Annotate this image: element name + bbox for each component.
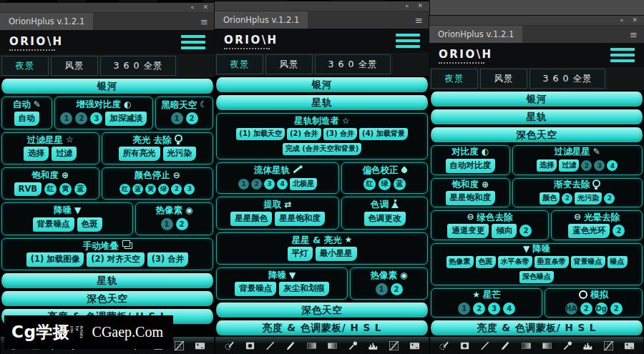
star-saturation-button[interactable]: 星星饱和度: [446, 191, 496, 205]
tab-pano-360[interactable]: 3 6 0 全景: [315, 54, 391, 74]
light-pollution-button[interactable]: 光污染: [575, 192, 602, 205]
section-bar-luminosity-hsl[interactable]: 亮度 & 色调蒙板/ H S L: [216, 320, 428, 335]
chip-Dg[interactable]: Dg: [595, 303, 608, 315]
section-bar-galaxy[interactable]: 银河: [216, 77, 428, 92]
line-tool-icon[interactable]: [477, 338, 493, 353]
chip-黄[interactable]: 黄: [145, 184, 156, 195]
tab-landscape[interactable]: 风景: [265, 54, 313, 74]
channel-change-button[interactable]: 通道变更: [447, 224, 489, 238]
align-sky-button[interactable]: (2) 对齐天空: [87, 252, 145, 267]
histogram-icon[interactable]: [580, 338, 596, 353]
chip-2[interactable]: 2: [610, 303, 623, 315]
panel-flyout-menu-icon[interactable]: ≡: [630, 29, 644, 40]
close-panel-icon[interactable]: ✕: [203, 4, 208, 11]
layer-mask-icon[interactable]: [242, 338, 258, 353]
chip-2[interactable]: 2: [604, 193, 615, 204]
chip-2[interactable]: 2: [562, 193, 572, 204]
tendency-button[interactable]: 倾向: [492, 224, 517, 238]
section-bar-galaxy[interactable]: 银河: [1, 79, 213, 94]
collapse-panel-icon[interactable]: «: [405, 3, 409, 9]
section-bar-luminosity-hsl[interactable]: 亮度 & 色调蒙板/ H S L: [431, 320, 643, 335]
all-lights-button[interactable]: 所有亮光: [119, 147, 160, 161]
chip-绿[interactable]: 绿: [379, 178, 391, 190]
section-bar-star-trails[interactable]: 星轨: [1, 273, 213, 288]
chip-1[interactable]: 1: [458, 303, 470, 315]
chip-蓝[interactable]: 蓝: [394, 178, 406, 190]
chip-2[interactable]: 2: [473, 303, 485, 315]
layer-mask-icon[interactable]: [457, 338, 472, 353]
chip-2[interactable]: 2: [75, 112, 87, 124]
collapse-panel-icon[interactable]: «: [620, 17, 624, 24]
chip-绿[interactable]: 绿: [158, 184, 169, 195]
chip-4[interactable]: 4: [503, 303, 515, 315]
tab-night[interactable]: 夜景: [216, 54, 263, 74]
chip-蓝[interactable]: 蓝: [74, 183, 87, 195]
chip-红[interactable]: 红: [119, 184, 130, 195]
dust-scratches-button[interactable]: 灰尘和划痕: [279, 282, 329, 296]
load-sky-button[interactable]: (1) 加载天空: [236, 128, 285, 140]
chip-红[interactable]: 红: [44, 183, 57, 195]
blue-halo-button[interactable]: 蓝色光环: [568, 224, 610, 238]
dodge-burn-button[interactable]: 加深减淡: [105, 112, 147, 126]
gradient-light-icon[interactable]: [539, 338, 555, 353]
color-spots-button[interactable]: 色斑: [476, 256, 496, 268]
rvb-button[interactable]: RVB: [14, 182, 42, 196]
load-images-button[interactable]: (1) 加载图像: [26, 252, 84, 267]
section-bar-dark-sky[interactable]: 深色天空: [431, 127, 643, 142]
curves-icon[interactable]: [172, 338, 187, 353]
filter-button[interactable]: 过滤: [52, 147, 77, 161]
chip-1[interactable]: 1: [171, 112, 183, 124]
filter-button[interactable]: 过滤: [559, 159, 579, 172]
background-noise-button[interactable]: 背景噪点: [235, 282, 276, 296]
chip-2[interactable]: 2: [581, 160, 592, 171]
chip-2[interactable]: 2: [186, 112, 198, 124]
horizontal-banding-button[interactable]: 水平条带: [498, 256, 532, 268]
hamburger-menu-icon[interactable]: [181, 35, 205, 49]
chip-2[interactable]: 2: [613, 225, 625, 237]
section-bar-star-trails[interactable]: 星轨: [431, 109, 643, 124]
star-color-button[interactable]: 星星颜色: [230, 212, 272, 226]
chip-2[interactable]: 2: [176, 218, 188, 230]
panel-title-tab[interactable]: OrionHplus v.1.2.1: [429, 26, 522, 43]
gradient-dark-icon[interactable]: [304, 338, 320, 353]
select-button[interactable]: 选择: [24, 147, 49, 161]
tab-night[interactable]: 夜景: [1, 56, 49, 76]
chip-3[interactable]: 3: [488, 303, 500, 315]
brush-tool-icon[interactable]: [498, 338, 514, 353]
section-bar-dark-sky[interactable]: 深色天空: [1, 291, 213, 306]
healing-brush-icon[interactable]: [436, 338, 452, 353]
chip-4[interactable]: 4: [277, 179, 288, 190]
hot-pixels-button[interactable]: 热像素: [447, 256, 474, 268]
panel-flyout-menu-icon[interactable]: ≡: [415, 15, 429, 26]
panel-title-tab[interactable]: OrionHplus v.1.2.1: [215, 11, 308, 29]
curves-icon[interactable]: [601, 338, 617, 353]
eyedropper-icon[interactable]: [560, 338, 575, 353]
brush-tool-icon[interactable]: [283, 338, 299, 353]
chip-2[interactable]: 2: [171, 184, 182, 195]
chip-4[interactable]: 4: [607, 160, 618, 171]
chip-蓝[interactable]: 蓝: [132, 184, 143, 195]
collapse-panel-icon[interactable]: «: [190, 4, 195, 11]
levels-icon[interactable]: [407, 338, 423, 353]
section-bar-star-trails[interactable]: 星轨: [216, 95, 428, 110]
merge-3-button[interactable]: (3) 合并: [323, 128, 358, 140]
minimize-stars-button[interactable]: 最小星星: [316, 247, 357, 261]
gradient-light-icon[interactable]: [324, 338, 340, 353]
polaris-button[interactable]: 北极星: [290, 178, 317, 190]
finish-merge-sky-background-button[interactable]: 完成 (合并天空和背景): [283, 143, 362, 155]
section-bar-dark-sky[interactable]: 深色天空: [216, 303, 428, 318]
background-noise-button[interactable]: 背景噪点: [33, 217, 74, 232]
hamburger-menu-icon[interactable]: [396, 34, 420, 48]
auto-button[interactable]: 自动: [14, 112, 39, 126]
star-saturation-button[interactable]: 星星饱和度: [275, 212, 325, 226]
flat-light-button[interactable]: 平灯: [288, 247, 313, 261]
color-spots-button[interactable]: 色斑: [77, 217, 102, 232]
chip-HA[interactable]: HA: [565, 303, 577, 315]
section-bar-galaxy[interactable]: 银河: [431, 92, 643, 107]
panel-flyout-menu-icon[interactable]: ≡: [200, 16, 215, 27]
close-panel-icon[interactable]: ✕: [417, 3, 423, 9]
light-pollution-button[interactable]: 光污染: [163, 147, 197, 161]
merge-button[interactable]: (3) 合并: [147, 252, 189, 267]
tab-pano-360[interactable]: 3 6 0 全景: [100, 56, 176, 76]
chip-3[interactable]: 3: [90, 112, 102, 124]
